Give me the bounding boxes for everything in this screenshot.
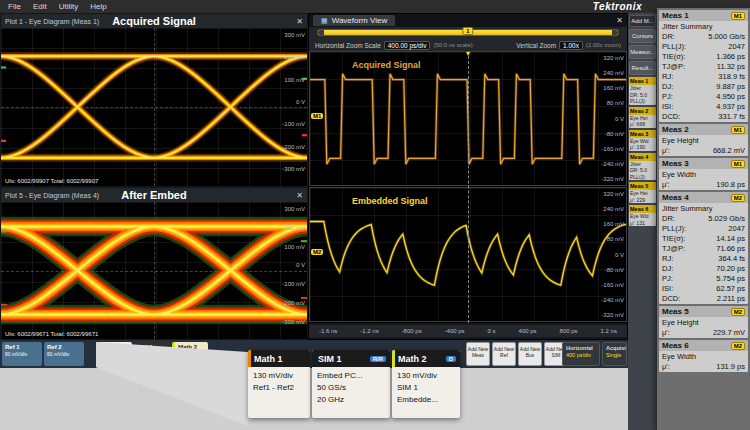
meas-result-row: DJ:9.887 ps xyxy=(659,82,748,92)
vzoom-label: Vertical Zoom xyxy=(516,42,556,49)
menu-item-utility[interactable]: Utility xyxy=(59,2,79,11)
embedded-signal-label: Embedded Signal xyxy=(352,196,428,206)
y-axis-label: -160 mV xyxy=(601,282,624,288)
acquisition-settings[interactable]: Acquisition Single xyxy=(602,342,627,366)
channel-badge-label: Ref 2 xyxy=(47,344,81,351)
meas-result-value: 4.950 ps xyxy=(716,92,745,102)
plot5-eye-diagram: Plot 5 - Eye Diagram (Meas 4) After Embe… xyxy=(0,187,308,340)
meas-card-subtitle: Jitter Summary xyxy=(659,203,748,214)
strip-meas-card[interactable]: Meas 2Eye Heiμ': 668 xyxy=(629,107,656,128)
menu-item-file[interactable]: File xyxy=(8,2,21,11)
hzoom-label: Horizontal Zoom Scale xyxy=(315,42,381,49)
meas-card-title: Meas 1 xyxy=(662,11,689,20)
y-axis-label: -100 mV xyxy=(282,121,305,127)
meas-card-title: Meas 2 xyxy=(662,125,689,134)
add-new-bus-button[interactable]: Add New Bus xyxy=(518,342,542,366)
meas-result-label: PLL(J): xyxy=(662,224,686,234)
channel-badge-ref1[interactable]: Ref 160 mV/div xyxy=(2,342,42,366)
y-axis-label: 300 mV xyxy=(282,32,305,38)
sim1-badge-callout[interactable]: SIM 1 R/R Embed PC...50 GS/s20 GHz xyxy=(312,350,390,418)
close-icon[interactable]: ✕ xyxy=(296,17,303,26)
meas-card[interactable]: Meas 4M2Jitter SummaryDR:5.029 Gb/sPLL(J… xyxy=(659,192,748,304)
close-icon[interactable]: ✕ xyxy=(296,191,303,200)
meas-card-subtitle: Eye Width xyxy=(659,169,748,180)
add-new-ref-button[interactable]: Add New Ref xyxy=(492,342,516,366)
meas-card-header: Meas 5M2 xyxy=(659,306,748,317)
meas-card[interactable]: Meas 5M2Eye Heightμ':229.7 mV xyxy=(659,306,748,338)
plot5-footer: UIs: 6002/99671 Total: 6002/99671 xyxy=(5,331,98,337)
meas-result-label: TIE(σ): xyxy=(662,52,685,62)
channel-badge-ref2[interactable]: Ref 260 mV/div xyxy=(44,342,84,366)
zoom-left-handle[interactable] xyxy=(318,30,324,35)
strip-button-cursors[interactable]: Cursors xyxy=(629,29,656,43)
meas-card-subtitle: Eye Height xyxy=(659,317,748,328)
meas-source-chip: M1 xyxy=(731,160,745,168)
hzoom-note: (50.0 ns scale) xyxy=(433,42,472,48)
meas-result-value: 5.754 ps xyxy=(716,274,745,284)
strip-button-result[interactable]: Result... xyxy=(629,61,656,75)
menu-item-edit[interactable]: Edit xyxy=(33,2,47,11)
meas-result-row: TJ@P:11.32 ps xyxy=(659,62,748,72)
strip-meas-card[interactable]: Meas 6Eye Widμ': 131 xyxy=(629,205,656,226)
meas-result-row: PJ:5.754 ps xyxy=(659,274,748,284)
strip-meas-card[interactable]: Meas 3Eye Widμ': 190 xyxy=(629,130,656,151)
callout-detail-line: Ref1 - Ref2 xyxy=(253,382,305,394)
strip-button-measur[interactable]: Measur... xyxy=(629,45,656,59)
meas-card[interactable]: Meas 2M1Eye Heightμ':668.2 mV xyxy=(659,124,748,156)
strip-buttons: CursorsMeasur...Result... xyxy=(629,29,656,75)
meas-result-label: μ': xyxy=(662,328,670,338)
meas-result-row: μ':190.8 ps xyxy=(659,180,748,190)
meas-card[interactable]: Meas 6M2Eye Widthμ':131.9 ps xyxy=(659,340,748,372)
plot1-eye-diagram: Plot 1 - Eye Diagram (Meas 1) Acquired S… xyxy=(0,13,308,187)
meas-card-subtitle: Eye Height xyxy=(659,135,748,146)
horizontal-settings[interactable]: Horizontal 400 ps/div xyxy=(562,342,600,366)
plot5-header[interactable]: Plot 5 - Eye Diagram (Meas 4) After Embe… xyxy=(1,188,307,202)
waveform-marker-1[interactable]: 1 xyxy=(462,27,473,35)
time-axis-label: 400 ps xyxy=(519,328,537,334)
time-axis-label: 1.2 ns xyxy=(601,328,617,334)
marker-m1[interactable]: M1 xyxy=(311,113,323,119)
meas-result-value: 14.14 ps xyxy=(716,234,745,244)
tab-label: Waveform View xyxy=(332,16,388,25)
meas-result-row: PLL(J):2047 xyxy=(659,224,748,234)
hzoom-value[interactable]: 400.00 ps/div xyxy=(384,41,431,50)
meas-result-row: DJ:70.20 ps xyxy=(659,264,748,274)
marker-m2[interactable]: M2 xyxy=(311,249,323,255)
strip-meas-card[interactable]: Meas 1Jitter DR: 5.0PLL(J): xyxy=(629,77,656,105)
meas-result-row: RJ:364.4 fs xyxy=(659,254,748,264)
sim1-title: SIM 1 xyxy=(316,354,342,364)
meas-card[interactable]: Meas 3M1Eye Widthμ':190.8 ps xyxy=(659,158,748,190)
add-new-meas-button[interactable]: Add New Meas xyxy=(466,342,490,366)
math2-badge-callout[interactable]: Math 2 D 130 mV/divSIM 1Embedde... xyxy=(392,350,460,418)
meas-card[interactable]: Meas 1M1Jitter SummaryDR:5.000 Gb/sPLL(J… xyxy=(659,10,748,122)
acquisition-title: Acquisition xyxy=(606,345,623,352)
plot1-header[interactable]: Plot 1 - Eye Diagram (Meas 1) Acquired S… xyxy=(1,14,307,28)
vzoom-value[interactable]: 1.00x xyxy=(559,41,583,50)
add-new-button[interactable]: Add M... xyxy=(629,15,656,27)
strip-meas-card[interactable]: Meas 4Jitter DR: 5.0PLL(J): xyxy=(629,153,656,181)
waveform-view: ▦ Waveform View ✕ 1 Horizontal Zoom Scal… xyxy=(308,13,628,340)
meas-result-value: 5.029 Gb/s xyxy=(708,214,745,224)
plot1-eye-area[interactable]: 300 mV200 mV100 mV0 V-100 mV-200 mV-300 … xyxy=(1,28,307,186)
meas-result-row: TJ@P:71.66 ps xyxy=(659,244,748,254)
close-icon[interactable]: ✕ xyxy=(616,16,623,25)
math1-badge-callout[interactable]: Math 1 130 mV/divRef1 - Ref2 xyxy=(248,350,310,418)
strip-meas-card[interactable]: Meas 5Eye Heiμ': 229 xyxy=(629,182,656,203)
menu-item-help[interactable]: Help xyxy=(90,2,106,11)
plot5-eye-area[interactable]: 300 mV200 mV100 mV0 V-100 mV-200 mV-300 … xyxy=(1,202,307,339)
channel-badge-label: Ref 1 xyxy=(5,344,39,351)
time-cursor[interactable] xyxy=(468,51,469,323)
tab-waveform-view[interactable]: ▦ Waveform View xyxy=(313,15,395,26)
meas-card-header: Meas 6M2 xyxy=(659,340,748,351)
meas-result-label: RJ: xyxy=(662,254,673,264)
meas-result-label: TJ@P: xyxy=(662,62,685,72)
y-axis-label: 200 mV xyxy=(282,54,305,60)
callout-detail-line: 50 GS/s xyxy=(317,382,385,394)
y-axis-label: -80 mV xyxy=(601,267,624,273)
meas-result-label: μ': xyxy=(662,180,670,190)
math1-title: Math 1 xyxy=(252,354,283,364)
trigger-marker-icon[interactable]: ▼ xyxy=(465,50,472,57)
zoom-right-handle[interactable] xyxy=(612,30,618,35)
meas-result-label: ISI: xyxy=(662,284,673,294)
meas-source-chip: M2 xyxy=(731,308,745,316)
